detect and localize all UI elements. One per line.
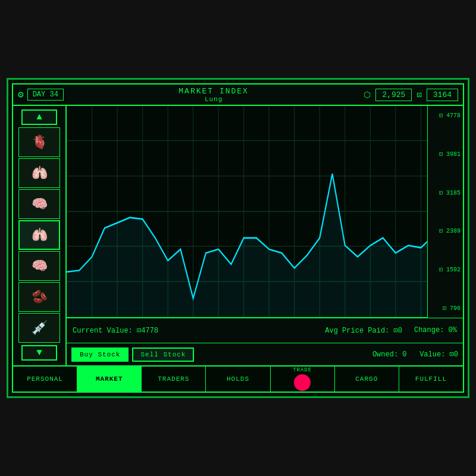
trade-label: TRADE	[293, 367, 312, 373]
nav-cargo[interactable]: CARGO	[335, 367, 399, 392]
organ-icon-5: 🫘	[32, 289, 48, 305]
y-axis: ⊡ 4778 ⊡ 3981 ⊡ 3185 ⊡ 2389 ⊡ 1592 ⊡ 796	[427, 106, 463, 318]
game-screen: ⚙ DAY 34 MARKET INDEX Lung ⬡ 2,925 ⊡ 316…	[7, 78, 469, 398]
sidebar-item-6[interactable]: 💉	[18, 313, 60, 343]
main-content: ▲ 🫀 🫁 🧠 🫁 🧠 🫘	[13, 106, 463, 365]
organ-icon-6: 💉	[32, 320, 48, 336]
current-value-label: Current Value: ⊡4778	[73, 326, 158, 335]
scroll-down-button[interactable]: ▼	[21, 345, 57, 361]
coin-icon: ⬡	[364, 90, 371, 100]
top-bar-left: ⚙ DAY 34	[18, 89, 64, 101]
y-label-5: ⊡ 796	[430, 305, 461, 312]
organ-icon-1: 🫁	[32, 165, 48, 181]
y-label-4: ⊡ 1592	[430, 266, 461, 273]
buy-stock-button[interactable]: Buy Stock	[71, 347, 129, 362]
nav-market[interactable]: MARKET	[77, 367, 142, 392]
organ-icon-4: 🧠	[32, 258, 48, 274]
nav-traders[interactable]: TRADERS	[142, 367, 206, 392]
nav-personal[interactable]: PERSONAL	[13, 367, 77, 392]
sell-stock-button[interactable]: Sell Stock	[132, 347, 194, 362]
sidebar-item-4[interactable]: 🧠	[18, 251, 60, 281]
avg-price-label: Avg Price Paid: ⊡0	[325, 326, 402, 335]
organ-icon-0: 🫀	[32, 134, 48, 151]
market-index-title: MARKET INDEX	[68, 87, 359, 96]
trade-circle-button[interactable]	[294, 374, 311, 391]
sidebar-item-3[interactable]: 🫁	[18, 220, 60, 250]
y-label-3: ⊡ 2389	[430, 227, 461, 234]
trade-bar: Buy Stock Sell Stock Owned: 0 Value: ⊡0	[67, 343, 463, 365]
chart-container	[67, 106, 427, 318]
top-bar: ⚙ DAY 34 MARKET INDEX Lung ⬡ 2,925 ⊡ 316…	[13, 84, 463, 106]
trade-section: TRADE	[271, 367, 335, 392]
bottom-nav: PERSONAL MARKET TRADERS HOLDS TRADE CARG…	[13, 365, 463, 392]
organ-icon-3: 🫁	[32, 227, 48, 243]
owned-info: Owned: 0 Value: ⊡0	[372, 350, 458, 359]
chart-area: ⊡ 4778 ⊡ 3981 ⊡ 3185 ⊡ 2389 ⊡ 1592 ⊡ 796…	[67, 106, 463, 365]
top-bar-right: ⬡ 2,925 ⊡ 3164	[364, 89, 458, 101]
chart-svg	[67, 106, 427, 317]
nav-fulfill[interactable]: FULFILL	[399, 367, 463, 392]
y-label-0: ⊡ 4778	[430, 112, 461, 119]
balance-value: 2,925	[375, 89, 412, 101]
info-bar: Current Value: ⊡4778 Avg Price Paid: ⊡0 …	[67, 318, 463, 343]
nav-holds[interactable]: HOLDS	[206, 367, 270, 392]
top-bar-center: MARKET INDEX Lung	[68, 87, 359, 103]
scroll-up-button[interactable]: ▲	[21, 109, 57, 125]
market-index-subtitle: Lung	[68, 96, 359, 103]
main-screen: ⚙ DAY 34 MARKET INDEX Lung ⬡ 2,925 ⊡ 316…	[12, 83, 464, 393]
y-label-2: ⊡ 3185	[430, 189, 461, 196]
score-value: 3164	[427, 89, 458, 101]
organ-icon-2: 🧠	[32, 196, 48, 212]
sidebar-item-1[interactable]: 🫁	[18, 158, 60, 188]
left-sidebar: ▲ 🫀 🫁 🧠 🫁 🧠 🫘	[13, 106, 67, 365]
gear-icon[interactable]: ⚙	[18, 89, 24, 101]
sidebar-item-5[interactable]: 🫘	[18, 282, 60, 312]
sidebar-item-2[interactable]: 🧠	[18, 189, 60, 219]
change-label: Change: 0%	[414, 326, 457, 335]
info-section-right: Avg Price Paid: ⊡0 Change: 0%	[170, 326, 457, 335]
y-label-1: ⊡ 3981	[430, 151, 461, 158]
cup-icon: ⊡	[416, 90, 421, 100]
sidebar-item-0[interactable]: 🫀	[18, 127, 60, 157]
day-label: DAY 34	[27, 89, 64, 101]
svg-marker-19	[67, 174, 427, 317]
